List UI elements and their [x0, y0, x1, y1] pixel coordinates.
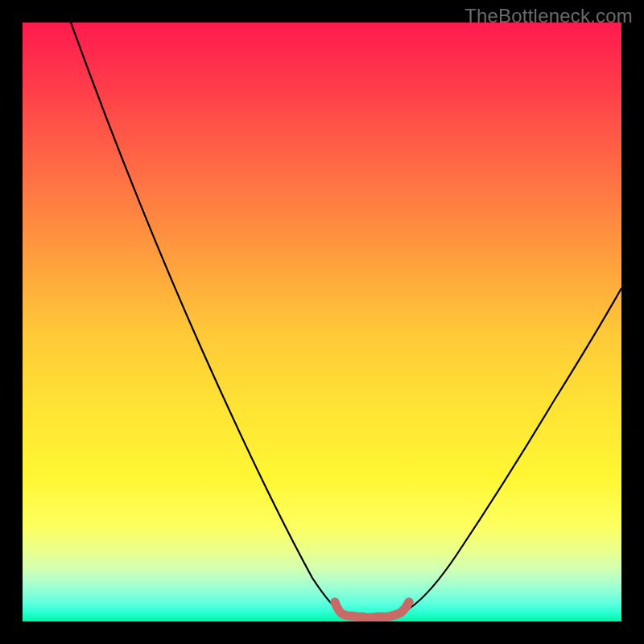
- optimal-band-dot: [405, 598, 414, 607]
- bottleneck-curve-line: [71, 23, 621, 618]
- optimal-band-dot: [331, 598, 340, 607]
- watermark-text: TheBottleneck.com: [464, 5, 633, 27]
- plot-area: [23, 23, 621, 621]
- optimal-band-marker: [335, 602, 409, 617]
- chart-frame: TheBottleneck.com: [0, 0, 644, 644]
- curve-svg: [23, 23, 621, 621]
